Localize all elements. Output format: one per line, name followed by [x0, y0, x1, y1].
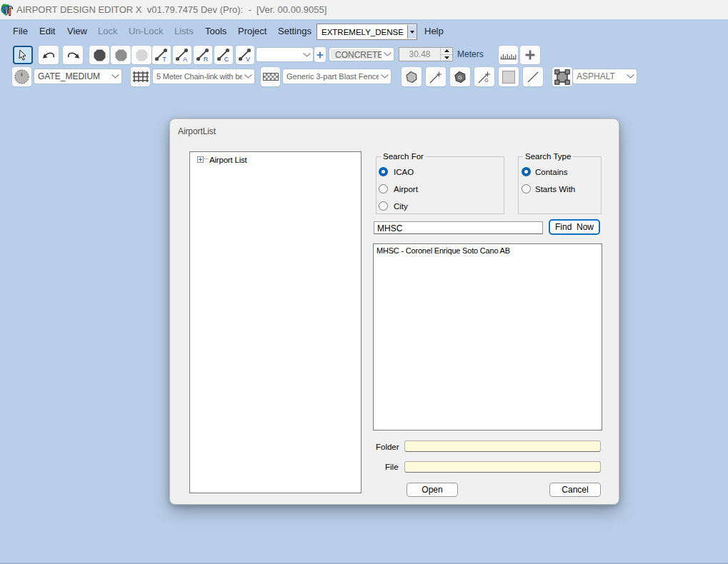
svg-text:G: G	[458, 74, 462, 81]
svg-text:A: A	[183, 56, 187, 63]
svg-text:R: R	[204, 56, 209, 63]
svg-text:G: G	[484, 78, 488, 83]
svg-text:C: C	[224, 56, 229, 63]
svg-text:T: T	[162, 56, 166, 63]
svg-text:V: V	[246, 56, 250, 63]
